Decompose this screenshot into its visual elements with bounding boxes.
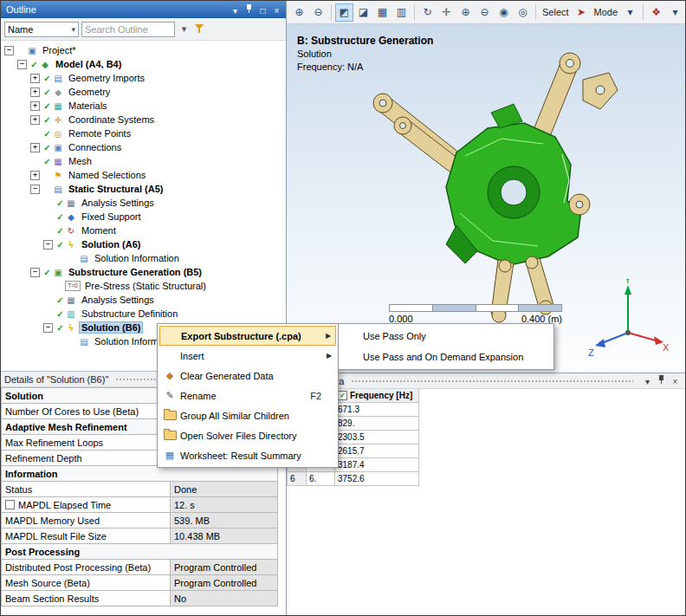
- search-options-chevron-icon[interactable]: ▾: [178, 23, 191, 36]
- outline-titlebar[interactable]: Outline ▾□×: [1, 1, 286, 18]
- tabular-cell[interactable]: 3752.6: [335, 472, 419, 486]
- tree-expander-icon[interactable]: +: [30, 88, 40, 97]
- tree-item[interactable]: ▤Solution Information: [1, 251, 286, 265]
- menu-item[interactable]: ◆Clear Generated Data: [159, 366, 336, 386]
- chevron-down-icon[interactable]: ▾: [641, 376, 654, 388]
- tree-item[interactable]: ✓↻Moment: [1, 224, 286, 237]
- tree-item[interactable]: −✓▣Substructure Generation (B5): [1, 265, 286, 279]
- details-value[interactable]: 12. s: [171, 497, 278, 513]
- folder-glyph: [164, 411, 177, 420]
- tabular-cell[interactable]: 2303.5: [335, 431, 419, 444]
- pin-icon[interactable]: [243, 3, 256, 15]
- submenu-item[interactable]: Use Pass Only: [340, 326, 552, 347]
- zoom-box-in-icon[interactable]: ⊕: [290, 3, 308, 22]
- splitter-dots[interactable]: [351, 379, 633, 383]
- menu-item[interactable]: ▦Worksheet: Result Summary: [159, 445, 336, 465]
- checkbox-icon[interactable]: ✓: [338, 391, 347, 400]
- tree-item[interactable]: −✓ϟSolution (A6): [1, 237, 286, 251]
- tree-expander-icon[interactable]: −: [43, 240, 53, 250]
- tree-item[interactable]: +✓◆Geometry: [1, 85, 286, 99]
- maximize-icon[interactable]: □: [256, 4, 269, 16]
- tree-item[interactable]: ✓▦Analysis Settings: [1, 293, 286, 307]
- tree-item[interactable]: ✓◆Fixed Support: [1, 210, 286, 224]
- tree-item[interactable]: −▤Static Structural (A5): [1, 182, 286, 196]
- pan-icon[interactable]: ✛: [437, 3, 456, 22]
- details-value[interactable]: Program Controlled: [171, 575, 278, 591]
- zoom-in-icon[interactable]: ⊕: [456, 3, 475, 22]
- menu-item[interactable]: Insert▶: [159, 346, 336, 366]
- details-value[interactable]: No: [171, 591, 278, 606]
- tree-item[interactable]: +✓▤Geometry Imports: [1, 71, 286, 85]
- filter-funnel-icon[interactable]: [193, 23, 206, 36]
- wireframe-view-icon[interactable]: ▦: [373, 3, 392, 22]
- details-value[interactable]: Done: [171, 482, 278, 497]
- pin-icon[interactable]: [655, 373, 668, 386]
- remote-points-icon: ◎: [52, 129, 64, 139]
- details-label-text: Status: [5, 484, 32, 495]
- checkbox-icon[interactable]: [5, 500, 15, 509]
- tree-item-label: Static Structural (A5): [67, 184, 165, 194]
- close-icon[interactable]: ×: [270, 4, 283, 16]
- tree-expander-icon[interactable]: +: [30, 74, 40, 83]
- menu-item[interactable]: Export Substructure (.cpa)▶: [159, 326, 336, 346]
- tabular-cell[interactable]: 3187.4: [335, 458, 419, 472]
- tabular-cell[interactable]: 2615.7: [335, 444, 419, 458]
- tree-item[interactable]: +⚑Named Selections: [1, 168, 286, 182]
- toolbar-separator: [535, 4, 536, 20]
- mode-dropdown-icon[interactable]: ▾: [621, 3, 639, 22]
- filter-dropdown-icon[interactable]: ▾: [666, 3, 684, 22]
- search-input[interactable]: [81, 22, 175, 37]
- tree-item[interactable]: ✓▦Mesh: [1, 154, 286, 168]
- name-filter-select[interactable]: Name ▾: [4, 22, 79, 37]
- tabular-cell[interactable]: 671.3: [335, 403, 419, 417]
- details-label-text: Distributed Post Processing (Beta): [5, 562, 151, 573]
- tree-item[interactable]: T=0Pre-Stress (Static Structural): [1, 279, 286, 293]
- tree-expander-icon[interactable]: −: [17, 60, 27, 69]
- details-value[interactable]: Program Controlled: [171, 560, 278, 575]
- submenu-item[interactable]: Use Pass and On Demand Expansion: [340, 347, 552, 367]
- tree-item-label: Fixed Support: [80, 211, 142, 222]
- tree-expander-icon[interactable]: −: [30, 268, 40, 277]
- menu-item[interactable]: Open Solver Files Directory: [159, 425, 336, 445]
- rotate-icon[interactable]: ↻: [418, 3, 437, 22]
- details-value[interactable]: 539. MB: [171, 513, 278, 528]
- tabular-caption-bar[interactable]: Tabular Data ▾×: [287, 373, 685, 389]
- zoom-fit-icon[interactable]: ◉: [495, 3, 513, 22]
- tree-item[interactable]: +✓▣Connections: [1, 140, 286, 154]
- orientation-triad[interactable]: Y X Z: [586, 279, 670, 357]
- selection-filter-icon[interactable]: ❖: [647, 3, 665, 22]
- select-mode-icon[interactable]: ➤: [573, 3, 591, 22]
- toolbar-separator: [414, 4, 415, 20]
- tree-expander-icon[interactable]: +: [30, 143, 40, 152]
- iso-view-icon[interactable]: ◩: [335, 3, 353, 22]
- viewports-icon[interactable]: ▥: [392, 3, 411, 22]
- close-icon[interactable]: ×: [669, 376, 682, 388]
- menu-item[interactable]: Group All Similar Children: [159, 405, 336, 425]
- tree-expander-icon[interactable]: +: [30, 171, 40, 180]
- zoom-out-icon[interactable]: ⊖: [476, 3, 494, 22]
- zoom-box-out-icon[interactable]: ⊖: [309, 3, 327, 22]
- graphics-viewport[interactable]: B: Substructure Generation Solution Freq…: [287, 24, 685, 373]
- tree-item[interactable]: ✓◎Remote Points: [1, 126, 286, 140]
- tree-expander-icon[interactable]: −: [4, 46, 14, 55]
- look-at-face-icon[interactable]: ◪: [354, 3, 372, 22]
- tree-expander-icon[interactable]: +: [30, 101, 40, 111]
- magnifier-window-icon[interactable]: ◎: [514, 3, 532, 22]
- tree-item[interactable]: ✓▦Analysis Settings: [1, 196, 286, 210]
- tabular-cell[interactable]: 6.: [307, 472, 335, 486]
- tree-item[interactable]: −✓◆Model (A4, B4): [1, 57, 286, 71]
- tree-item[interactable]: +✓✛Coordinate Systems: [1, 113, 286, 126]
- triad-y-label: Y: [625, 279, 631, 285]
- menu-item[interactable]: ✎RenameF2: [159, 386, 336, 405]
- tabular-cell[interactable]: 829.: [335, 417, 419, 431]
- tree-expander-icon[interactable]: +: [30, 115, 40, 125]
- chevron-down-icon[interactable]: ▾: [229, 4, 242, 16]
- tree-item[interactable]: +✓▦Materials: [1, 99, 286, 113]
- tree-item[interactable]: ✓▥Substructure Definition: [1, 307, 286, 321]
- tree-item-label: Solution (A6): [80, 239, 142, 250]
- tree-expander-icon[interactable]: −: [30, 185, 40, 194]
- tree-item[interactable]: −▣Project*: [1, 43, 286, 57]
- tree-expander-icon[interactable]: −: [43, 323, 53, 333]
- tabular-cell[interactable]: 6: [288, 472, 307, 486]
- details-value[interactable]: 10.438 MB: [171, 528, 278, 544]
